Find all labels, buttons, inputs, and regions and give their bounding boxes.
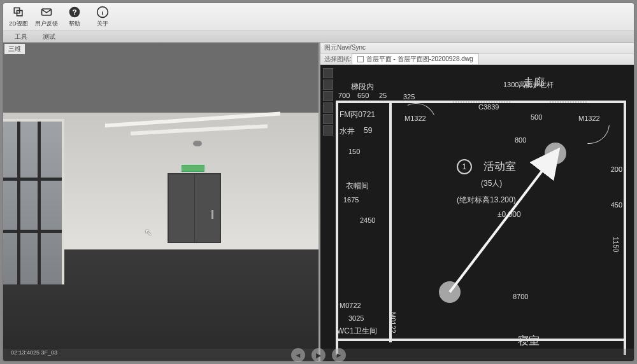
toolbar-label: 用户反馈 — [35, 20, 58, 28]
toolbar-label: 关于 — [97, 20, 108, 28]
door-handle — [211, 210, 213, 219]
toolbar-label: 2D视图 — [9, 20, 28, 28]
cad-panel: 图元Navi/Sync 选择图纸: 首层平面 - 首层平面图-20200928.… — [318, 43, 634, 361]
play-button[interactable]: ▶ — [311, 348, 326, 362]
next-button[interactable]: ► — [332, 348, 346, 362]
toolbar-label: 帮助 — [69, 20, 80, 28]
document-icon — [357, 56, 364, 62]
exit-sign — [182, 165, 204, 172]
ribbon-groups: 工具 测试 — [3, 31, 634, 43]
camera-icon — [193, 141, 202, 146]
window-element — [3, 119, 64, 284]
cad-window-title: 图元Navi/Sync — [320, 43, 634, 53]
door-element — [168, 173, 221, 243]
view3d-panel[interactable]: 三维 ↖ 02:13:4025 3F_03 — [3, 43, 318, 361]
help-icon: ? — [68, 6, 81, 18]
help-button[interactable]: ? 帮助 — [63, 4, 86, 29]
info-icon — [96, 6, 109, 18]
mail-icon — [40, 6, 53, 18]
ribbon-group-tools[interactable]: 工具 — [15, 32, 27, 41]
playback-bar: ◄ ▶ ► — [3, 349, 634, 361]
cad-canvas[interactable]: 走廊 梯段内 700 650 25 1300高防护栏杆 FM丙0721 水井 5… — [320, 65, 634, 361]
main-toolbar: 2D视图 用户反馈 ? 帮助 关于 — [3, 3, 634, 31]
feedback-button[interactable]: 用户反馈 — [35, 4, 58, 29]
measure-arrow — [320, 65, 626, 358]
cad-tab-prefix: 选择图纸: — [320, 55, 352, 64]
layers-icon — [12, 6, 25, 18]
cad-tab-bar: 选择图纸: 首层平面 - 首层平面图-20200928.dwg — [320, 53, 634, 65]
about-button[interactable]: 关于 — [91, 4, 114, 29]
cad-tab-label: 首层平面 - 首层平面图-20200928.dwg — [366, 55, 473, 64]
cursor-icon: ↖ — [145, 227, 152, 237]
view3d-tab[interactable]: 三维 — [4, 44, 25, 54]
cad-drawing-tab[interactable]: 首层平面 - 首层平面图-20200928.dwg — [352, 53, 479, 64]
main-window: 2D视图 用户反馈 ? 帮助 关于 工具 测试 三维 — [3, 3, 634, 361]
svg-line-8 — [450, 153, 555, 292]
work-area: 三维 ↖ 02:13:4025 3F_03 图元Navi/Sync 选择图纸: — [3, 43, 634, 361]
ribbon-group-test[interactable]: 测试 — [43, 32, 55, 41]
prev-button[interactable]: ◄ — [291, 348, 305, 362]
svg-text:?: ? — [72, 8, 76, 16]
view3d-button[interactable]: 2D视图 — [7, 4, 30, 29]
